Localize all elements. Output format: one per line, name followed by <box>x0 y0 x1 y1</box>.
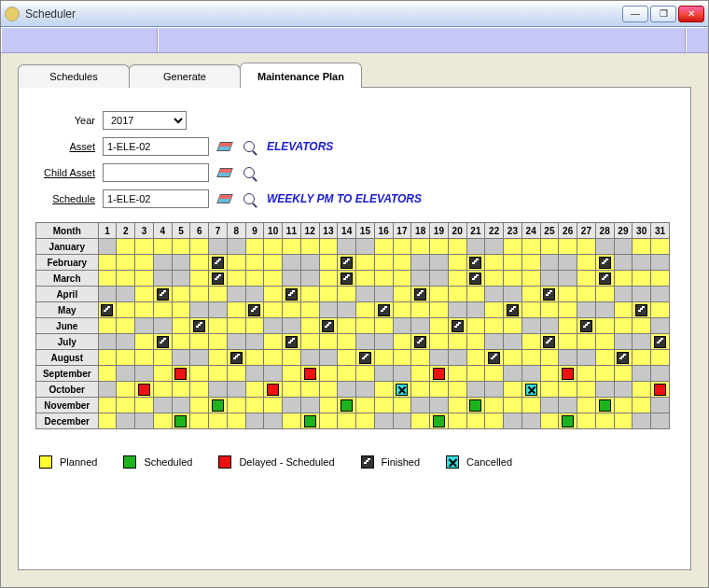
calendar-cell[interactable] <box>521 382 540 398</box>
calendar-cell[interactable] <box>319 271 338 287</box>
calendar-cell[interactable] <box>633 287 651 302</box>
calendar-cell[interactable] <box>117 334 135 350</box>
calendar-cell[interactable] <box>172 302 190 318</box>
calendar-cell[interactable] <box>540 398 559 413</box>
calendar-cell[interactable] <box>430 239 449 255</box>
calendar-cell[interactable] <box>504 302 522 318</box>
event-finished-icon[interactable] <box>378 304 390 316</box>
calendar-cell[interactable] <box>245 334 264 350</box>
calendar-cell[interactable] <box>172 334 190 350</box>
calendar-cell[interactable] <box>504 271 522 287</box>
calendar-cell[interactable] <box>98 398 117 413</box>
calendar-cell[interactable] <box>264 287 283 302</box>
child-clear-icon[interactable] <box>216 164 233 181</box>
calendar-cell[interactable] <box>117 287 135 302</box>
calendar-cell[interactable] <box>356 366 375 382</box>
calendar-cell[interactable] <box>374 287 393 302</box>
calendar-cell[interactable] <box>393 413 411 429</box>
calendar-cell[interactable] <box>283 413 301 429</box>
calendar-cell[interactable] <box>117 271 135 287</box>
event-delayed-icon[interactable] <box>267 384 279 396</box>
calendar-cell[interactable] <box>300 287 319 302</box>
calendar-cell[interactable] <box>633 271 651 287</box>
calendar-cell[interactable] <box>227 366 245 382</box>
calendar-cell[interactable] <box>153 350 172 366</box>
calendar-cell[interactable] <box>559 255 577 271</box>
calendar-cell[interactable] <box>614 413 633 429</box>
calendar-cell[interactable] <box>117 255 135 271</box>
calendar-cell[interactable] <box>264 255 283 271</box>
calendar-cell[interactable] <box>300 318 319 334</box>
calendar-cell[interactable] <box>227 271 245 287</box>
calendar-cell[interactable] <box>190 255 209 271</box>
calendar-cell[interactable] <box>135 366 154 382</box>
event-finished-icon[interactable] <box>635 304 647 316</box>
calendar-cell[interactable] <box>227 302 245 318</box>
tab-schedules[interactable]: Schedules <box>18 64 130 88</box>
calendar-cell[interactable] <box>227 398 245 413</box>
calendar-cell[interactable] <box>264 366 283 382</box>
calendar-cell[interactable] <box>227 255 245 271</box>
calendar-cell[interactable] <box>559 302 577 318</box>
calendar-cell[interactable] <box>374 255 393 271</box>
calendar-cell[interactable] <box>651 271 670 287</box>
calendar-cell[interactable] <box>245 413 264 429</box>
calendar-cell[interactable] <box>466 271 485 287</box>
calendar-cell[interactable] <box>172 382 190 398</box>
calendar-cell[interactable] <box>227 239 245 255</box>
calendar-cell[interactable] <box>393 398 411 413</box>
calendar-cell[interactable] <box>264 350 283 366</box>
calendar-cell[interactable] <box>485 302 504 318</box>
calendar-cell[interactable] <box>466 398 485 413</box>
event-finished-icon[interactable] <box>212 257 224 269</box>
calendar-cell[interactable] <box>374 334 393 350</box>
calendar-cell[interactable] <box>374 413 393 429</box>
calendar-cell[interactable] <box>411 366 430 382</box>
calendar-cell[interactable] <box>300 255 319 271</box>
calendar-cell[interactable] <box>411 413 430 429</box>
calendar-cell[interactable] <box>117 318 135 334</box>
event-finished-icon[interactable] <box>230 352 243 364</box>
calendar-cell[interactable] <box>245 318 264 334</box>
calendar-cell[interactable] <box>135 255 154 271</box>
calendar-cell[interactable] <box>540 255 559 271</box>
calendar-cell[interactable] <box>283 398 301 413</box>
calendar-cell[interactable] <box>338 302 356 318</box>
calendar-cell[interactable] <box>448 318 466 334</box>
calendar-cell[interactable] <box>504 334 522 350</box>
calendar-cell[interactable] <box>153 366 172 382</box>
asset-clear-icon[interactable] <box>216 138 233 155</box>
calendar-cell[interactable] <box>614 302 633 318</box>
calendar-cell[interactable] <box>504 350 522 366</box>
calendar-cell[interactable] <box>338 334 356 350</box>
calendar-cell[interactable] <box>485 318 504 334</box>
calendar-cell[interactable] <box>595 366 614 382</box>
calendar-cell[interactable] <box>614 350 633 366</box>
calendar-cell[interactable] <box>651 302 670 318</box>
calendar-cell[interactable] <box>521 413 540 429</box>
calendar-cell[interactable] <box>172 413 190 429</box>
calendar-cell[interactable] <box>356 287 375 302</box>
schedule-input[interactable] <box>103 189 209 208</box>
calendar-cell[interactable] <box>521 271 540 287</box>
calendar-cell[interactable] <box>209 302 228 318</box>
calendar-cell[interactable] <box>338 398 356 413</box>
maximize-button[interactable]: ❐ <box>650 6 676 22</box>
calendar-cell[interactable] <box>393 366 411 382</box>
event-finished-icon[interactable] <box>322 320 334 332</box>
calendar-cell[interactable] <box>117 366 135 382</box>
calendar-cell[interactable] <box>521 287 540 302</box>
calendar-cell[interactable] <box>411 350 430 366</box>
calendar-cell[interactable] <box>374 271 393 287</box>
calendar-cell[interactable] <box>430 271 449 287</box>
calendar-cell[interactable] <box>430 318 449 334</box>
event-scheduled-icon[interactable] <box>304 415 316 427</box>
calendar-cell[interactable] <box>411 382 430 398</box>
calendar-cell[interactable] <box>466 318 485 334</box>
calendar-cell[interactable] <box>117 398 135 413</box>
calendar-cell[interactable] <box>485 350 504 366</box>
calendar-cell[interactable] <box>633 318 651 334</box>
calendar-cell[interactable] <box>190 413 209 429</box>
calendar-cell[interactable] <box>448 239 466 255</box>
calendar-cell[interactable] <box>356 271 375 287</box>
